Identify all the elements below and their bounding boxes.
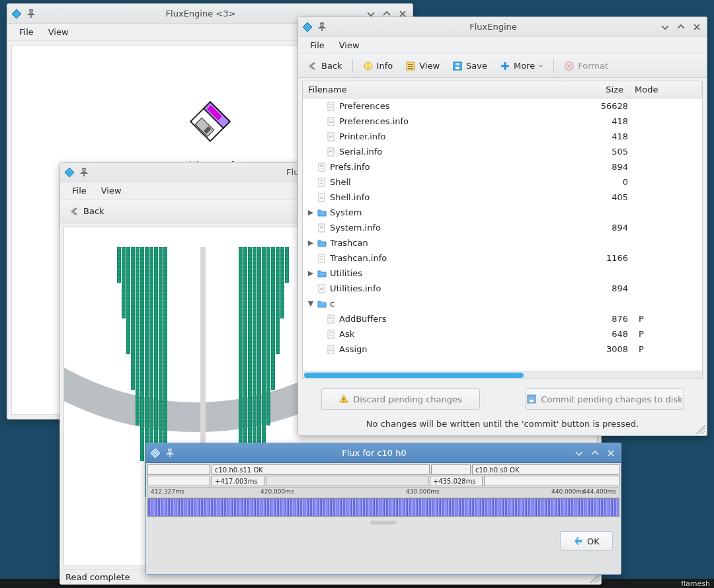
col-filename[interactable]: Filename [303,81,563,98]
file-mode: P [633,329,699,339]
file-icon [316,283,328,294]
table-body[interactable]: Preferences56628Preferences.info418Print… [303,98,702,371]
expand-toggle[interactable]: ▶ [305,269,316,277]
folder-icon [316,238,328,248]
format-label: Format [578,61,608,71]
info-label: Info [377,61,393,71]
col-size[interactable]: Size [563,81,629,98]
menu-file[interactable]: File [13,25,40,39]
flux-waveform[interactable] [147,498,619,517]
horizontal-scrollbar[interactable] [303,371,702,379]
time-ruler[interactable]: 412.327ms 420.000ms 430.000ms 440.000ms … [147,487,619,497]
time-label[interactable]: +417.003ms [212,476,264,486]
scrollbar-thumb[interactable] [304,373,524,378]
svg-marker-6 [65,168,74,177]
svg-rect-71 [343,401,344,402]
back-button[interactable]: Back [302,58,348,74]
file-name: Printer.info [337,131,567,141]
info-button[interactable]: i Info [358,58,399,74]
pin-icon[interactable] [79,167,89,178]
svg-rect-40 [320,182,323,182]
segment[interactable] [266,476,428,486]
table-row[interactable]: ▶System [303,205,702,220]
save-button[interactable]: Save [447,58,493,74]
expand-toggle[interactable]: ▼ [305,299,316,308]
segment[interactable] [484,476,619,486]
menu-file[interactable]: File [65,184,93,198]
taskbar-app[interactable]: flamesh [681,579,710,588]
expand-toggle[interactable]: ▶ [305,239,316,247]
ok-label: OK [587,536,600,546]
col-mode[interactable]: Mode [629,81,702,98]
table-row[interactable]: AddBuffers876P [303,311,702,326]
table-row[interactable]: Trashcan.info1166 [303,250,702,266]
segment[interactable] [431,464,471,475]
menu-view[interactable]: View [42,25,75,39]
table-row[interactable]: Utilities.info894 [303,281,702,296]
table-row[interactable]: ▶Trashcan [303,235,702,250]
back-label: Back [321,61,342,71]
segment[interactable] [147,464,210,475]
segment[interactable] [147,476,210,486]
file-name: Preferences.info [337,116,567,126]
save-label: Save [466,61,487,71]
file-name: Preferences [337,101,567,111]
resize-grip[interactable] [590,573,600,583]
time-label[interactable]: +435.028ms [430,476,483,486]
table-row[interactable]: Printer.info418 [303,129,702,144]
svg-rect-68 [329,349,333,349]
maximize-button[interactable] [589,447,601,459]
segment-label[interactable]: c10.h0.s11 OK [212,464,430,475]
file-mode: P [633,314,699,324]
svg-rect-70 [343,398,344,400]
maximize-button[interactable] [675,21,687,33]
table-row[interactable]: Preferences56628 [303,98,702,114]
table-row[interactable]: System.info894 [303,220,702,235]
svg-rect-49 [320,229,323,229]
table-row[interactable]: ▶Utilities [303,266,702,281]
back-button[interactable]: Back [64,203,110,219]
table-row[interactable]: Shell.info405 [303,190,702,205]
table-row[interactable]: Assign3008P [303,342,702,357]
timing-row[interactable]: +417.003ms +435.028ms [147,476,619,486]
minimize-button[interactable] [573,447,585,459]
folder-icon [316,207,328,218]
file-icon [325,116,337,127]
table-row[interactable]: Shell0 [303,174,702,190]
svg-rect-53 [320,259,323,260]
expand-toggle[interactable]: ▶ [305,208,316,217]
minimize-button[interactable] [659,21,671,33]
segment-label[interactable]: c10.h0.s0 OK [472,464,619,475]
close-button[interactable] [605,447,617,459]
commit-label: Commit pending changes to disk [541,394,682,404]
table-row[interactable]: Preferences.info418 [303,114,702,129]
close-button[interactable] [691,21,703,33]
table-row[interactable]: ▼c [303,296,702,311]
ruler-tick: 420.000ms [260,488,294,495]
titlebar[interactable]: Flux for c10 h0 [146,443,621,463]
app-icon [150,448,161,459]
pin-icon[interactable] [26,9,36,19]
table-row[interactable]: Serial.info505 [303,144,702,159]
table-row[interactable]: Prefs.info894 [303,159,702,174]
pin-icon[interactable] [317,22,327,32]
svg-rect-45 [320,198,323,199]
file-icon [325,131,337,142]
menu-file[interactable]: File [303,38,331,52]
menu-view[interactable]: View [95,184,128,198]
svg-rect-15 [456,67,459,69]
resize-grip[interactable] [696,425,705,434]
ok-button[interactable]: OK [560,531,613,551]
more-button[interactable]: More [495,58,549,74]
track-row[interactable]: c10.h0.s11 OK c10.h0.s0 OK [147,464,619,475]
table-row[interactable]: Ask648P [303,326,702,342]
view-button[interactable]: View [400,58,445,74]
discard-button: Discard pending changes [321,388,480,410]
titlebar[interactable]: FluxEngine [298,17,707,37]
dropdown-icon [538,63,543,69]
svg-rect-36 [320,166,323,167]
pin-icon[interactable] [165,448,175,459]
menu-view[interactable]: View [333,38,366,52]
svg-marker-74 [151,449,160,458]
drag-handle[interactable] [370,521,397,525]
